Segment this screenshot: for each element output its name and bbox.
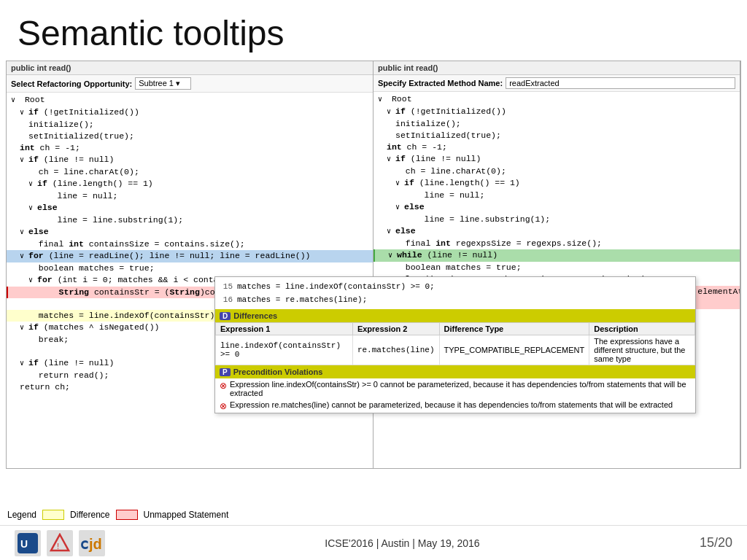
legend-difference-box (42, 510, 64, 520)
col-description: Description (589, 323, 695, 335)
cell-diff-type: TYPE_COMPATIBLE_REPLACEMENT (439, 335, 589, 365)
code-text: matches = line.indexOf(containsStr) >= 0… (237, 281, 435, 292)
line-number: 16 (218, 294, 233, 306)
right-subheader-label: Specify Extracted Method Name: (378, 79, 503, 88)
footer-conference: ICSE'2016 | Austin | May 19, 2016 (325, 537, 479, 549)
code-line: int ch = -1; (7, 142, 373, 154)
code-line: line = null; (374, 190, 740, 201)
col-expr2: Expression 2 (352, 323, 439, 335)
code-line: boolean matches = true; (374, 262, 740, 273)
error-icon: ⊗ (220, 381, 227, 391)
code-line: final int regexpsSize = regexps.size(); (374, 238, 740, 249)
code-line: setInitialized(true); (7, 131, 373, 142)
tooltip-code-line: 16 matches = re.matches(line); (215, 293, 695, 306)
code-line: Root (7, 94, 373, 106)
footer-logos: U ! ᴄ jd (15, 530, 105, 556)
svg-text:U: U (20, 538, 28, 550)
code-line: line = line.substring(1); (374, 214, 740, 225)
code-text: matches = re.matches(line); (237, 294, 367, 306)
error-icon: ⊗ (220, 401, 227, 411)
line-number: 15 (218, 281, 233, 292)
svg-text:ᴄ: ᴄ (80, 536, 88, 552)
cell-expr1: line.indexOf(containsStr) >= 0 (216, 335, 353, 365)
right-panel-subheader: Specify Extracted Method Name: (374, 75, 740, 92)
code-line: ch = line.charAt(0); (7, 166, 373, 178)
code-line: ch = line.charAt(0); (374, 166, 740, 177)
footer: U ! ᴄ jd ICSE'2016 | Austin | May 19, 20… (0, 525, 747, 560)
code-line: ∨ if (!getInitialized()) (7, 106, 373, 119)
left-subheader-label: Select Refactoring Opportunity: (11, 79, 132, 88)
left-dropdown[interactable]: Subtree 1 ▾ (135, 77, 191, 90)
code-line: line = null; (7, 190, 373, 202)
main-content: public int read() Select Refactoring Opp… (6, 61, 741, 469)
table-row: line.indexOf(containsStr) >= 0 re.matche… (216, 335, 695, 365)
legend-difference-label: Difference (70, 510, 109, 520)
differences-header: D Differences (215, 309, 695, 322)
code-line: ∨ else (374, 225, 740, 238)
code-line: boolean matches = true; (7, 262, 373, 274)
code-line: line = line.substring(1); (7, 214, 373, 226)
method-name-input[interactable] (506, 77, 735, 89)
footer-page: 15/20 (700, 535, 732, 551)
tooltip-code-line: 15 matches = line.indexOf(containsStr) >… (215, 280, 695, 293)
code-line: ∨ if (line != null) (374, 153, 740, 166)
svg-text:!: ! (57, 542, 59, 551)
precondition-item: ⊗ Expression re.matches(line) cannot be … (215, 399, 695, 413)
code-line: ∨ if (line.length() == 1) (374, 177, 740, 190)
legend-unmapped-label: Unmapped Statement (144, 510, 229, 520)
legend-label: Legend (7, 510, 36, 520)
left-panel-subheader: Select Refactoring Opportunity: Subtree … (7, 75, 373, 93)
left-panel-header: public int read() (7, 61, 373, 75)
right-panel-header: public int read() (374, 61, 740, 75)
page-title: Semantic tooltips (0, 0, 747, 61)
preconditions-header: P Precondition Violations (215, 365, 695, 378)
code-line: initialize(); (7, 119, 373, 131)
logo-1: U (15, 530, 41, 556)
col-diff-type: Difference Type (439, 323, 589, 335)
logo-2: ! (47, 530, 73, 556)
tooltip-popup: 15 matches = line.indexOf(containsStr) >… (214, 276, 696, 413)
code-line: ∨ if (line.length() == 1) (7, 178, 373, 190)
code-line: ∨ if (line != null) (7, 154, 373, 166)
code-line: ∨ else (7, 226, 373, 238)
logo-3: ᴄ jd (79, 530, 105, 556)
svg-marker-2 (51, 534, 69, 551)
code-line: ∨ Root (374, 93, 740, 106)
code-line: ∨ else (374, 201, 740, 214)
tooltip-code-area: 15 matches = line.indexOf(containsStr) >… (215, 277, 695, 309)
code-line: final int containsSize = contains.size()… (7, 238, 373, 250)
svg-text:jd: jd (88, 536, 102, 552)
code-line: int ch = -1; (374, 141, 740, 153)
code-line-while: ∨ while (line != null) (374, 249, 740, 262)
cell-expr2: re.matches(line) (352, 335, 439, 365)
cell-description: The expressions have a different structu… (589, 335, 695, 365)
code-line: ∨ if (!getInitialized()) (374, 106, 740, 118)
legend: Legend Difference Unmapped Statement (7, 510, 228, 520)
precondition-item: ⊗ Expression line.indexOf(containsStr) >… (215, 378, 695, 399)
differences-table: Expression 1 Expression 2 Difference Typ… (215, 322, 695, 365)
code-line-for: ∨ for (line = readLine(); line != null; … (7, 250, 373, 262)
code-line: ∨ else (7, 202, 373, 214)
col-expr1: Expression 1 (216, 323, 353, 335)
code-line: initialize(); (374, 118, 740, 130)
code-line: setInitialized(true); (374, 130, 740, 141)
legend-unmapped-box (116, 510, 138, 520)
